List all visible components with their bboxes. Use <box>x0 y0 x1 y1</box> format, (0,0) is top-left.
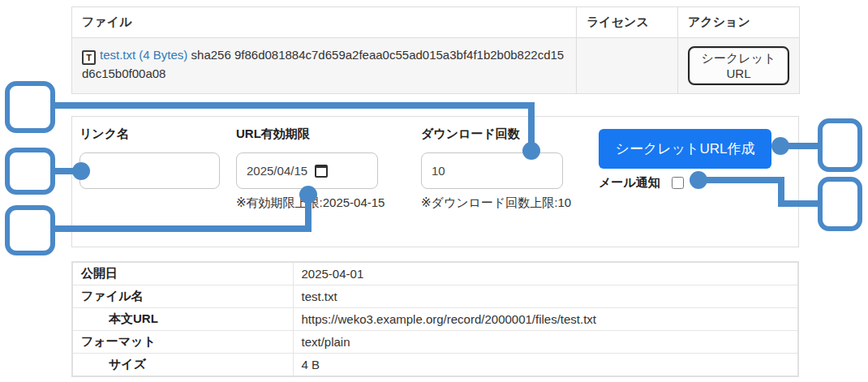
detail-value: test.txt <box>293 285 798 308</box>
text-file-icon: T <box>82 50 96 65</box>
license-column-header: ライセンス <box>577 7 678 38</box>
detail-label: フォーマット <box>72 331 293 354</box>
calendar-icon[interactable] <box>315 165 328 178</box>
table-row: ファイル名 test.txt <box>72 285 798 308</box>
mail-notification-label: メール通知 <box>599 175 660 191</box>
expiration-label: URL有効期限 <box>236 127 310 142</box>
callout-box-5 <box>818 177 862 231</box>
detail-value: https://weko3.example.org/record/2000001… <box>293 308 798 331</box>
table-row: フォーマット text/plain <box>72 331 798 354</box>
annotated-screenshot: ファイル ライセンス アクション Ttest.txt (4 Bytes) sha… <box>0 0 868 382</box>
create-secret-url-button[interactable]: シークレットURL作成 <box>599 129 771 169</box>
link-name-input[interactable] <box>79 152 220 189</box>
table-row: 公開日 2025-04-01 <box>72 262 798 285</box>
detail-value: text/plain <box>293 331 798 354</box>
callout-box-2 <box>5 148 55 195</box>
secret-url-panel: リンク名 URL有効期限 2025/04/15 ※有効期限上限:2025-04-… <box>71 116 799 247</box>
expiration-date-value: 2025/04/15 <box>247 164 307 178</box>
expiration-date-input[interactable]: 2025/04/15 <box>236 152 378 189</box>
detail-label: ファイル名 <box>72 285 293 308</box>
expiration-limit-note: ※有効期限上限:2025-04-15 <box>236 195 385 211</box>
link-name-label: リンク名 <box>79 127 129 142</box>
action-cell: シークレットURL <box>678 38 800 94</box>
table-row: 本文URL https://weko3.example.org/record/2… <box>72 308 798 331</box>
license-cell <box>577 38 678 94</box>
checksum-label: sha256 <box>191 48 231 62</box>
detail-label: サイズ <box>72 354 293 377</box>
files-table-header-row: ファイル ライセンス アクション <box>72 7 800 38</box>
file-cell: Ttest.txt (4 Bytes) sha256 9f86d081884c7… <box>72 38 577 94</box>
detail-value: 2025-04-01 <box>293 262 798 285</box>
file-row: Ttest.txt (4 Bytes) sha256 9f86d081884c7… <box>72 38 800 94</box>
files-column-header: ファイル <box>72 7 577 38</box>
action-column-header: アクション <box>678 7 800 38</box>
detail-label: 公開日 <box>72 262 293 285</box>
detail-value: 4 B <box>293 354 798 377</box>
callout-box-1 <box>5 81 55 133</box>
file-download-link[interactable]: test.txt (4 Bytes) <box>100 48 187 62</box>
callout-box-4 <box>818 118 862 172</box>
download-count-label: ダウンロード回数 <box>421 127 520 142</box>
files-table: ファイル ライセンス アクション Ttest.txt (4 Bytes) sha… <box>71 6 800 94</box>
download-limit-note: ※ダウンロード回数上限:10 <box>421 195 571 211</box>
mail-notification-checkbox[interactable] <box>672 177 684 189</box>
file-details-table: 公開日 2025-04-01 ファイル名 test.txt 本文URL http… <box>71 261 799 377</box>
detail-label: 本文URL <box>72 308 293 331</box>
download-count-input[interactable] <box>421 152 563 189</box>
callout-box-3 <box>5 205 55 255</box>
secret-url-button[interactable]: シークレットURL <box>688 46 789 85</box>
table-row: サイズ 4 B <box>72 354 798 377</box>
